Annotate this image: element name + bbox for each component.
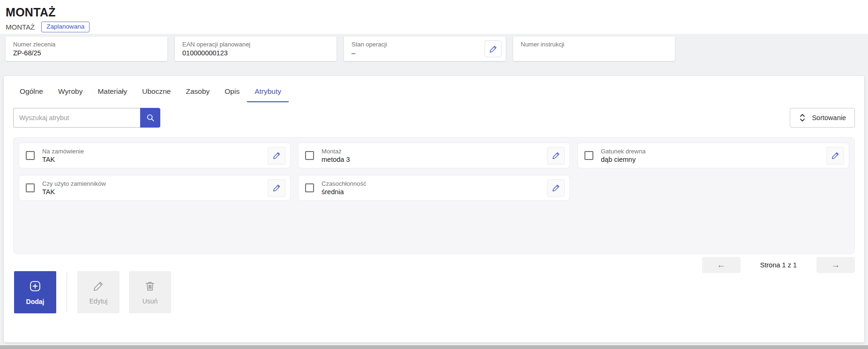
attribute-texts: Gatunek drewna dąb ciemny: [601, 148, 645, 163]
attribute-name: Na zamówienie: [42, 148, 84, 155]
tab-ogolne[interactable]: Ogólne: [12, 83, 51, 102]
main-panel: Ogólne Wyroby Materiały Uboczne Zasoby O…: [4, 76, 864, 342]
header: MONTAŻ MONTAŻ Zaplanowana: [0, 0, 868, 34]
tab-wyroby[interactable]: Wyroby: [51, 83, 90, 102]
header-sub-row: MONTAŻ Zaplanowana: [6, 22, 862, 32]
attribute-texts: Czy użyto zamienników TAK: [42, 180, 106, 196]
edit-button[interactable]: Edytuj: [77, 271, 120, 313]
attribute-checkbox[interactable]: [26, 151, 35, 160]
tab-atrybuty[interactable]: Atrybuty: [247, 83, 289, 102]
info-label: Numer zlecenia: [13, 41, 160, 48]
pencil-icon: [489, 45, 498, 53]
status-badge: Zaplanowana: [41, 22, 90, 32]
attribute-checkbox[interactable]: [305, 183, 314, 192]
pencil-icon: [552, 151, 561, 160]
action-button-group: Dodaj Edytuj Usuń: [14, 271, 171, 313]
info-label: Numer instrukcji: [521, 41, 667, 48]
attribute-checkbox[interactable]: [305, 151, 314, 160]
pencil-icon: [272, 183, 281, 192]
attribute-card-czasochlonnosc[interactable]: Czasochłonność średnia: [299, 175, 569, 200]
page-indicator: Strona 1 z 1: [760, 261, 797, 269]
attribute-value: średnia: [322, 188, 366, 196]
edit-attribute-button[interactable]: [547, 147, 565, 165]
attribute-value: dąb ciemny: [601, 156, 645, 163]
info-card-order-number: Numer zlecenia ZP-68/25: [6, 37, 167, 61]
attribute-value: metoda 3: [322, 156, 350, 163]
info-card-ean: EAN operacji planowanej 010000000123: [175, 37, 337, 61]
plus-square-icon: [29, 280, 42, 293]
edit-button-label: Edytuj: [90, 297, 108, 305]
edit-attribute-button[interactable]: [826, 147, 844, 165]
actions-divider: [67, 272, 67, 312]
add-button-label: Dodaj: [26, 298, 45, 305]
pagination: ← Strona 1 z 1 →: [702, 257, 855, 273]
operation-page: MONTAŻ MONTAŻ Zaplanowana Numer zlecenia…: [0, 0, 868, 349]
search-group: [13, 108, 160, 128]
tab-uboczne[interactable]: Uboczne: [135, 83, 178, 102]
attribute-name: Czasochłonność: [322, 180, 366, 187]
tab-bar: Ogólne Wyroby Materiały Uboczne Zasoby O…: [4, 76, 864, 102]
attribute-name: Czy użyto zamienników: [42, 180, 106, 187]
attribute-name: Gatunek drewna: [601, 148, 645, 155]
operation-subtitle: MONTAŻ: [6, 23, 35, 31]
attributes-toolbar: Sortowanie: [13, 108, 855, 128]
attribute-texts: Czasochłonność średnia: [322, 180, 366, 196]
info-label: EAN operacji planowanej: [182, 41, 329, 48]
info-value: –: [352, 49, 498, 57]
trash-icon: [144, 280, 156, 292]
next-page-button[interactable]: →: [816, 257, 855, 273]
attribute-card-czy-uzyto-zamiennikow[interactable]: Czy użyto zamienników TAK: [19, 175, 290, 200]
info-card-instruction-number: Numer instrukcji: [513, 37, 675, 61]
edit-operation-state-button[interactable]: [485, 40, 501, 57]
tab-zasoby[interactable]: Zasoby: [178, 83, 217, 102]
search-icon: [146, 113, 155, 122]
attributes-grid: Na zamówienie TAK Montaż metoda 3: [19, 143, 849, 200]
edit-attribute-button[interactable]: [547, 179, 565, 197]
add-button[interactable]: Dodaj: [14, 271, 56, 313]
pencil-icon: [272, 151, 281, 160]
info-card-row: Numer zlecenia ZP-68/25 EAN operacji pla…: [6, 37, 675, 61]
attribute-value: TAK: [42, 156, 84, 163]
info-label: Stan operacji: [352, 41, 498, 48]
pencil-icon: [92, 280, 105, 292]
attribute-name: Montaż: [322, 148, 350, 155]
delete-button-label: Usuń: [142, 297, 158, 305]
attribute-texts: Na zamówienie TAK: [42, 148, 84, 163]
attribute-card-gatunek-drewna[interactable]: Gatunek drewna dąb ciemny: [578, 143, 849, 168]
search-input[interactable]: [13, 108, 140, 128]
attribute-card-na-zamowienie[interactable]: Na zamówienie TAK: [19, 143, 290, 168]
tab-opis[interactable]: Opis: [217, 83, 247, 102]
pencil-icon: [552, 183, 561, 192]
tab-materialy[interactable]: Materiały: [90, 83, 135, 102]
delete-button[interactable]: Usuń: [129, 271, 171, 313]
info-value: ZP-68/25: [13, 49, 160, 57]
edit-attribute-button[interactable]: [268, 147, 285, 165]
sort-button[interactable]: Sortowanie: [790, 108, 855, 128]
info-card-operation-state: Stan operacji –: [344, 37, 506, 61]
page-title: MONTAŻ: [6, 6, 862, 19]
sort-arrows-icon: [799, 113, 806, 122]
attribute-texts: Montaż metoda 3: [322, 148, 350, 163]
search-button[interactable]: [140, 108, 160, 128]
attribute-checkbox[interactable]: [26, 183, 35, 192]
previous-page-button[interactable]: ←: [702, 257, 741, 273]
edit-attribute-button[interactable]: [268, 179, 285, 197]
attributes-panel: Na zamówienie TAK Montaż metoda 3: [13, 137, 855, 254]
attribute-checkbox[interactable]: [584, 151, 593, 160]
attribute-value: TAK: [42, 188, 106, 196]
bottom-edge-bar: [0, 345, 868, 349]
pencil-icon: [831, 151, 840, 160]
sort-button-label: Sortowanie: [812, 114, 846, 121]
attribute-card-montaz[interactable]: Montaż metoda 3: [299, 143, 569, 168]
info-value: 010000000123: [182, 49, 329, 57]
